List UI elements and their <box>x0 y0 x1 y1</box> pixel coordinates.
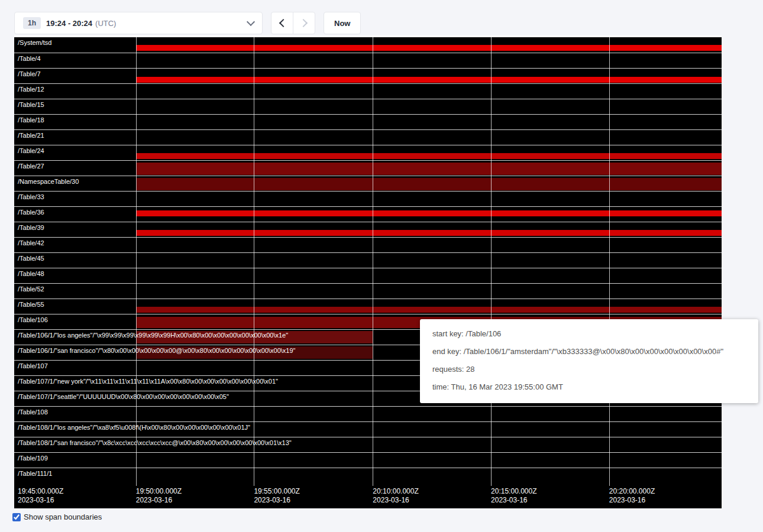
prev-time-button[interactable] <box>271 12 293 34</box>
row-label: /Table/111/1 <box>18 470 52 477</box>
heatmap-band[interactable] <box>136 163 722 175</box>
key-span-row[interactable]: /Table/48 <box>14 268 722 283</box>
row-label: /Table/48 <box>18 270 44 277</box>
x-axis: 19:45:00.000Z2023-03-1619:50:00.000Z2023… <box>14 486 722 508</box>
key-span-row[interactable]: /Table/45 <box>14 252 722 268</box>
chevron-down-icon <box>247 18 255 26</box>
show-span-boundaries-control: Show span boundaries <box>12 512 102 521</box>
x-axis-tick: 20:15:00.000Z2023-03-16 <box>491 487 536 505</box>
tooltip-time: time: Thu, 16 Mar 2023 19:55:00 GMT <box>432 382 746 391</box>
key-span-row[interactable]: /Table/39 <box>14 222 722 237</box>
row-label: /Table/107/1/"new york"/"\x11\x11\x11\x1… <box>18 378 278 385</box>
key-span-row[interactable]: /Table/33 <box>14 191 722 206</box>
heatmap-band[interactable] <box>136 45 722 51</box>
row-label: /System/tsd <box>18 39 51 46</box>
row-label: /Table/45 <box>18 255 44 262</box>
row-label: /NamespaceTable/30 <box>18 178 79 185</box>
key-span-row[interactable]: /Table/108/1/"los angeles"/"\xa8\xf5\u00… <box>14 421 722 437</box>
key-span-row[interactable]: /Table/15 <box>14 99 722 114</box>
chevron-left-icon <box>279 19 287 27</box>
row-label: /Table/39 <box>18 224 44 231</box>
row-label: /Table/107/1/"seattle"/"UUUUUUD\x00\x80\… <box>18 393 229 400</box>
x-axis-tick: 19:50:00.000Z2023-03-16 <box>136 487 182 505</box>
row-label: /Table/12 <box>18 86 44 93</box>
row-label: /Table/21 <box>18 132 44 139</box>
row-label: /Table/7 <box>18 70 41 77</box>
heatmap-band[interactable] <box>136 230 722 236</box>
toolbar: 1h 19:24 - 20:24 (UTC) Now <box>14 12 361 34</box>
key-visualizer-canvas[interactable]: /System/tsd/Table/4/Table/7/Table/12/Tab… <box>14 35 722 508</box>
row-label: /Table/52 <box>18 286 44 293</box>
heatmap-band[interactable] <box>136 77 722 83</box>
x-axis-tick: 19:45:00.000Z2023-03-16 <box>18 487 63 505</box>
time-nav-group <box>271 12 315 34</box>
heatmap-band[interactable] <box>136 153 722 159</box>
key-span-row[interactable]: /Table/109 <box>14 452 722 468</box>
key-span-row[interactable]: /Table/27 <box>14 160 722 176</box>
x-axis-tick: 19:55:00.000Z2023-03-16 <box>254 487 299 505</box>
key-span-row[interactable]: /Table/21 <box>14 129 722 145</box>
key-span-row[interactable]: /Table/108/1/"san francisco"/"\x8c\xcc\x… <box>14 437 722 452</box>
heatmap-band[interactable] <box>136 210 722 216</box>
key-span-row[interactable]: /Table/12 <box>14 83 722 99</box>
key-span-row[interactable]: /Table/24 <box>14 145 722 160</box>
row-label: /Table/42 <box>18 239 44 246</box>
tooltip-start-key: start key: /Table/106 <box>432 329 746 338</box>
row-label: /Table/33 <box>18 193 44 200</box>
row-label: /Table/109 <box>18 455 48 462</box>
key-span-row[interactable]: /Table/52 <box>14 283 722 299</box>
key-span-row[interactable]: /Table/42 <box>14 237 722 252</box>
x-axis-tick: 20:10:00.000Z2023-03-16 <box>373 487 418 505</box>
row-label: /Table/4 <box>18 55 41 62</box>
span-tooltip: start key: /Table/106 end key: /Table/10… <box>420 319 758 403</box>
time-window-badge: 1h <box>23 17 41 29</box>
row-label: /Table/108 <box>18 408 48 416</box>
timezone-label: (UTC) <box>95 19 116 28</box>
key-span-row[interactable]: /Table/36 <box>14 206 722 222</box>
heatmap-band[interactable] <box>136 178 722 190</box>
next-time-button[interactable] <box>293 12 315 34</box>
row-label: /Table/107 <box>18 362 48 369</box>
row-label: /Table/55 <box>18 301 44 308</box>
key-span-row[interactable]: /Table/4 <box>14 53 722 68</box>
tooltip-requests: requests: 28 <box>432 365 746 374</box>
key-span-row[interactable]: /Table/111/1 <box>14 468 722 483</box>
key-visualizer-page: 1h 19:24 - 20:24 (UTC) Now /System/tsd/T… <box>0 0 763 532</box>
key-span-row[interactable]: /Table/7 <box>14 68 722 83</box>
row-label: /Table/106/1/"san francisco"/"\x80\x00\x… <box>18 347 296 354</box>
key-span-row[interactable]: /NamespaceTable/30 <box>14 176 722 191</box>
x-axis-tick: 20:20:00.000Z2023-03-16 <box>609 487 655 505</box>
key-span-row[interactable]: /Table/18 <box>14 114 722 129</box>
now-button[interactable]: Now <box>324 12 361 34</box>
row-label: /Table/108/1/"san francisco"/"\x8c\xcc\x… <box>18 439 292 446</box>
row-label: /Table/15 <box>18 101 44 108</box>
row-label: /Table/27 <box>18 163 44 170</box>
chevron-right-icon <box>299 19 307 27</box>
row-label: /Table/106 <box>18 316 48 323</box>
row-label: /Table/18 <box>18 116 44 124</box>
time-range-label: 19:24 - 20:24 <box>46 19 92 28</box>
tooltip-end-key: end key: /Table/106/1/"amsterdam"/"\xb33… <box>432 347 746 356</box>
heatmap-band[interactable] <box>136 307 722 313</box>
span-boundaries-label: Show span boundaries <box>24 512 102 521</box>
key-span-row[interactable]: /Table/55 <box>14 299 722 314</box>
heatmap-rows: /System/tsd/Table/4/Table/7/Table/12/Tab… <box>14 37 722 483</box>
span-boundaries-checkbox[interactable] <box>12 513 21 521</box>
time-range-selector[interactable]: 1h 19:24 - 20:24 (UTC) <box>14 12 263 34</box>
key-span-row[interactable]: /Table/108 <box>14 406 722 421</box>
row-label: /Table/106/1/"los angeles"/"\x99\x99\x99… <box>18 332 288 339</box>
row-label: /Table/36 <box>18 209 44 216</box>
row-label: /Table/108/1/"los angeles"/"\xa8\xf5\u00… <box>18 424 250 431</box>
row-label: /Table/24 <box>18 147 44 154</box>
key-span-row[interactable]: /System/tsd <box>14 37 722 53</box>
